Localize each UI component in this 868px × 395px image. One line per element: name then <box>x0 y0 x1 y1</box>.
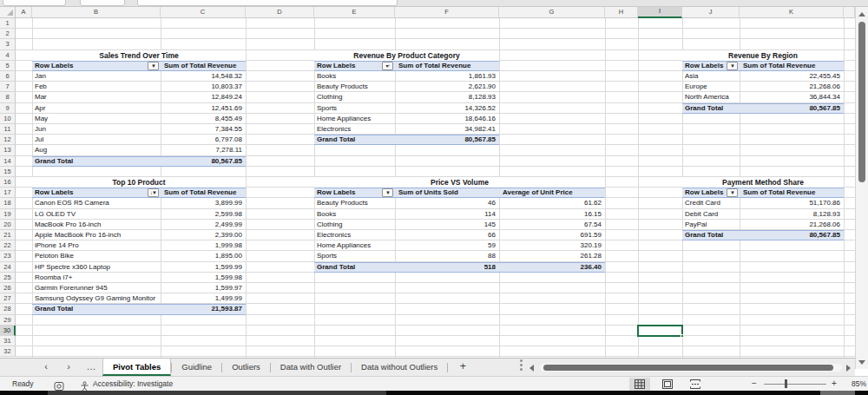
column-header-B[interactable]: B <box>32 7 161 18</box>
pivot-header-cell[interactable]: Row Labels <box>35 188 73 198</box>
row-header-18[interactable]: 18 <box>0 198 16 208</box>
pivot-header-cell[interactable]: Row Labels <box>685 61 723 71</box>
row-header-3[interactable]: 3 <box>0 39 16 49</box>
sheet-tab-data-without-outliers[interactable]: Data without Outliers <box>352 359 447 376</box>
row-header-31[interactable]: 31 <box>0 336 16 346</box>
pivot-row-label[interactable]: Grand Total <box>317 262 355 273</box>
filter-dropdown-icon[interactable]: ▼ <box>382 188 393 197</box>
pivot-row-label[interactable]: PayPal <box>685 220 707 230</box>
pivot-header-cell[interactable]: Sum of Total Revenue <box>164 61 236 71</box>
normal-view-icon[interactable] <box>629 378 650 391</box>
pivot-value-cell[interactable]: 80,567.85 <box>161 156 242 167</box>
scroll-down-arrow[interactable] <box>858 360 865 365</box>
pivot-row-label[interactable]: HP Spectre x360 Laptop <box>35 262 110 273</box>
sheet-tab-pivot-tables[interactable]: Pivot Tables <box>102 359 171 376</box>
pivot-value-cell[interactable]: 8,455.49 <box>161 114 242 124</box>
column-header-C[interactable]: C <box>161 7 246 18</box>
pivot-row-label[interactable]: Jul <box>35 135 43 145</box>
pivot-header-cell[interactable]: Sum of Units Sold <box>398 188 458 198</box>
pivot-value-cell[interactable]: 80,567.85 <box>740 103 840 114</box>
row-header-23[interactable]: 23 <box>0 251 16 261</box>
pivot-value-cell[interactable]: 7,278.11 <box>161 145 242 155</box>
pivot-value-cell[interactable]: 2,399.00 <box>161 230 242 240</box>
row-header-26[interactable]: 26 <box>0 283 16 293</box>
horizontal-scrollbar[interactable] <box>540 364 842 372</box>
pivot-value-cell[interactable]: 46 <box>395 198 496 208</box>
new-sheet-button[interactable]: + <box>448 359 477 376</box>
pivot-value-cell[interactable]: 21,593.87 <box>161 304 242 314</box>
pivot-row-label[interactable]: Apple MacBook Pro 16-inch <box>35 230 121 240</box>
pivot-row-label[interactable]: Grand Total <box>35 156 73 167</box>
pivot-row-label[interactable]: Samsung Odyssey G9 Gaming Monitor <box>35 293 155 304</box>
pivot-header-cell[interactable]: Row Labels <box>35 61 73 71</box>
pivot-value-cell[interactable]: 88 <box>395 251 496 261</box>
pivot-header-cell[interactable]: Average of Unit Price <box>503 188 573 198</box>
pivot-value-cell[interactable]: 114 <box>395 209 496 220</box>
column-header-J[interactable]: J <box>682 7 740 18</box>
pivot-value-cell[interactable]: 21,268.06 <box>740 82 840 92</box>
pivot-value-cell[interactable]: 80,567.85 <box>740 230 840 240</box>
pivot-title[interactable]: Revenue By Product Category <box>314 50 499 61</box>
row-header-22[interactable]: 22 <box>0 240 16 251</box>
fill-handle[interactable] <box>681 334 684 338</box>
accessibility-status[interactable]: Accessibility: Investigate <box>93 377 173 391</box>
pivot-row-label[interactable]: Beauty Products <box>317 82 368 92</box>
column-header-F[interactable]: F <box>395 7 499 18</box>
row-header-14[interactable]: 14 <box>0 156 16 167</box>
pivot-row-label[interactable]: MacBook Pro 16-inch <box>35 220 101 230</box>
row-header-1[interactable]: 1 <box>0 18 16 29</box>
pivot-value-cell[interactable]: 51,170.86 <box>740 198 840 208</box>
pivot-row-label[interactable]: Sports <box>317 103 337 114</box>
pivot-value-cell[interactable]: 1,599.99 <box>161 262 242 273</box>
sort-descending-filter-icon[interactable]: ↓▼ <box>148 188 159 197</box>
pivot-value-cell[interactable]: 8,128.93 <box>740 209 840 220</box>
pivot-value-cell[interactable]: 16.15 <box>499 209 602 220</box>
row-header-4[interactable]: 4 <box>0 50 16 61</box>
row-header-5[interactable]: 5 <box>0 61 16 71</box>
pivot-value-cell[interactable]: 2,599.98 <box>161 209 242 220</box>
pivot-value-cell[interactable]: 1,895.00 <box>161 251 242 261</box>
sheet-nav-forward-icon[interactable]: › <box>57 359 80 376</box>
pivot-value-cell[interactable]: 6,797.08 <box>161 135 242 145</box>
zoom-out-button[interactable]: − <box>752 377 757 391</box>
pivot-row-label[interactable]: Europe <box>685 82 707 92</box>
row-header-9[interactable]: 9 <box>0 103 16 114</box>
vertical-scrollbar[interactable] <box>855 7 868 369</box>
selected-cell[interactable] <box>637 325 683 337</box>
pivot-value-cell[interactable]: 14,548.32 <box>161 71 242 82</box>
pivot-value-cell[interactable]: 59 <box>395 240 496 251</box>
row-header-6[interactable]: 6 <box>0 71 16 82</box>
pivot-value-cell[interactable]: 18,646.16 <box>395 114 496 124</box>
pivot-value-cell[interactable]: 1,599.98 <box>161 273 242 283</box>
pivot-row-label[interactable]: Peloton Bike <box>35 251 74 261</box>
pivot-row-label[interactable]: Debit Card <box>685 209 718 220</box>
hscroll-left-arrow[interactable] <box>529 365 534 372</box>
pivot-value-cell[interactable]: 691.59 <box>499 230 602 240</box>
pivot-value-cell[interactable]: 8,128.93 <box>395 92 496 102</box>
pivot-row-label[interactable]: Clothing <box>317 220 342 230</box>
vertical-scroll-thumb[interactable] <box>858 22 865 182</box>
filter-dropdown-icon[interactable]: ▼ <box>727 62 738 70</box>
pivot-value-cell[interactable]: 1,499.99 <box>161 293 242 304</box>
zoom-slider-track[interactable] <box>764 384 826 385</box>
pivot-row-label[interactable]: Grand Total <box>317 135 355 145</box>
pivot-row-label[interactable]: Electronics <box>317 230 351 240</box>
pivot-value-cell[interactable]: 2,499.99 <box>161 220 242 230</box>
pivot-value-cell[interactable]: 36,844.34 <box>740 92 840 102</box>
pivot-value-cell[interactable]: 518 <box>395 262 496 273</box>
row-header-12[interactable]: 12 <box>0 135 16 145</box>
pivot-value-cell[interactable]: 21,268.06 <box>740 220 840 230</box>
pivot-row-label[interactable]: Canon EOS R5 Camera <box>35 198 109 208</box>
pivot-value-cell[interactable]: 1,861.93 <box>395 71 496 82</box>
row-header-25[interactable]: 25 <box>0 273 16 283</box>
pivot-value-cell[interactable]: 320.19 <box>499 240 602 251</box>
pivot-title[interactable]: Top 10 Product <box>32 177 246 188</box>
row-header-21[interactable]: 21 <box>0 230 16 240</box>
row-header-17[interactable]: 17 <box>0 188 16 198</box>
column-header-I[interactable]: I <box>638 7 682 18</box>
row-header-24[interactable]: 24 <box>0 262 16 273</box>
pivot-value-cell[interactable]: 67.54 <box>499 220 602 230</box>
row-header-30[interactable]: 30 <box>0 326 16 336</box>
pivot-value-cell[interactable]: 10,803.37 <box>161 82 242 92</box>
zoom-level[interactable]: 85% <box>844 377 866 391</box>
